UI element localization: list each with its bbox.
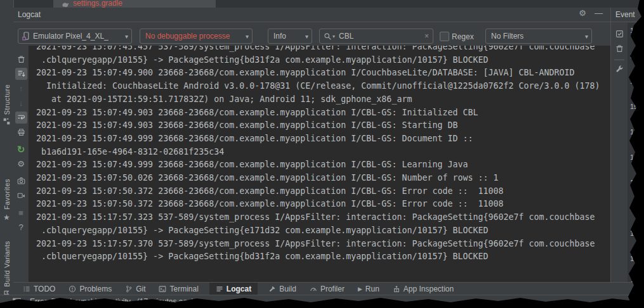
app-inspection-icon — [393, 285, 400, 293]
log-line: 2021-09-23 15:17:57.323 537-589/system_p… — [36, 211, 600, 224]
gear-icon[interactable]: ⚙ — [579, 8, 586, 18]
regex-label: Regex — [452, 32, 474, 41]
device-selector-value: Emulator Pixel_4_XL_ — [33, 32, 108, 41]
sidebar-item-favorites[interactable]: Favorites ★ — [0, 179, 13, 222]
toolwindow-label: TODO — [34, 285, 55, 293]
event-log-timestamp[interactable]: 15: — [628, 229, 644, 255]
bottom-toolwindow-bar: TODO Problems Git Terminal Logcat Build … — [13, 282, 644, 295]
next-occurrence-icon[interactable]: ↓ — [15, 97, 27, 109]
logcat-header: Logcat ⚙ — — [13, 8, 610, 22]
log-line: 2021-09-23 15:07:49.903 23668-23668/com.… — [36, 119, 600, 132]
event-log-entries[interactable]: 15:15:15:15:15:15:15:15:15:15:15: — [628, 23, 644, 282]
toolbar-divider — [614, 60, 624, 60]
logcat-left-toolbar: ↑ ↓ ↻ ⚙ ■ ? — [13, 46, 29, 282]
toolwindow-app-inspection[interactable]: App Inspection — [390, 283, 456, 295]
log-line: 2021-09-23 15:07:50.026 23668-23668/com.… — [36, 172, 600, 185]
log-line: .cblqueryegapp/10155} -> PackageSetting{… — [36, 224, 600, 238]
event-log-timestamp[interactable]: 15: — [628, 27, 644, 52]
toolwindow-toggle-icon[interactable] — [13, 298, 21, 305]
toolwindow-git[interactable]: Git — [122, 283, 148, 295]
log-line: 2021-09-23 15:07:50.372 23668-23668/com.… — [36, 185, 600, 198]
log-line: Initialized: CouchbaseLite Android v3.0.… — [36, 80, 600, 93]
event-log-timestamp[interactable]: 15: — [628, 77, 644, 103]
toolwindow-build[interactable]: Build — [266, 283, 299, 295]
help-icon[interactable]: ? — [15, 221, 27, 233]
log-line: 2021-09-23 15:07:45.457 537-589/system_p… — [36, 46, 600, 54]
clear-events-trash-icon[interactable] — [614, 42, 626, 55]
minimize-icon[interactable]: — — [595, 8, 603, 18]
todo-icon — [23, 285, 30, 293]
editor-tab-strip: settings.gradle — [13, 0, 644, 8]
toolwindow-profiler[interactable]: Profiler — [307, 283, 347, 295]
logcat-icon — [216, 285, 223, 293]
filter-selector-value: No Filters — [491, 32, 523, 41]
toolwindow-problems[interactable]: Problems — [66, 283, 114, 295]
screenshot-camera-icon[interactable] — [15, 175, 27, 187]
chevron-down-icon: ▾ — [121, 33, 128, 40]
log-level-dropdown[interactable]: Info ▾ — [268, 29, 312, 44]
process-selector-dropdown[interactable]: No debuggable processe ▾ — [140, 29, 253, 44]
toolwindow-run[interactable]: ▶ Run — [355, 283, 382, 295]
event-log-timestamp[interactable]: 15: — [628, 179, 644, 204]
status-bar: Error: Error Launching activity (17 minu… — [0, 295, 644, 308]
chevron-down-icon: ▾ — [301, 33, 308, 40]
event-log-timestamp[interactable]: 15: — [628, 128, 644, 153]
event-settings-wrench-icon[interactable] — [614, 63, 626, 75]
filter-selector-dropdown[interactable]: No Filters ▾ — [485, 29, 592, 44]
sidebar-item-structure[interactable]: Structure — [0, 84, 13, 125]
logcat-panel: Logcat ⚙ — Emulator Pixel_4_XL_ ▾ No deb… — [13, 8, 610, 282]
sidebar-item-build-variants[interactable]: Build Variants — [0, 241, 13, 297]
event-log-header: Event — [611, 8, 644, 22]
toolwindow-label: Git — [136, 285, 145, 293]
profiler-gauge-icon — [310, 285, 317, 293]
git-branch-icon — [125, 285, 133, 293]
scroll-to-end-icon[interactable] — [15, 68, 27, 80]
terminal-icon — [159, 285, 166, 293]
editor-tab-settings-gradle[interactable]: settings.gradle — [53, 0, 216, 8]
log-line: .cblqueryegapp/10155} -> PackageSetting{… — [36, 54, 600, 67]
print-icon[interactable] — [15, 126, 27, 138]
log-search-field[interactable]: ▾ × — [319, 29, 433, 44]
star-icon: ★ — [3, 213, 10, 222]
log-line: b1a6d191-165e-4964-8312-02681f235c34 — [36, 146, 600, 159]
restart-icon[interactable]: ↻ — [15, 143, 27, 155]
build-hammer-icon — [268, 285, 276, 293]
event-log-timestamp[interactable]: 15: — [628, 204, 644, 229]
regex-checkbox[interactable] — [440, 32, 449, 41]
toolwindow-label: Problems — [79, 285, 112, 293]
clear-search-icon[interactable]: × — [424, 32, 429, 41]
event-log-timestamp[interactable]: 15: — [628, 52, 644, 77]
logcat-title: Logcat — [13, 10, 41, 19]
clear-logcat-trash-icon[interactable] — [15, 53, 27, 65]
log-line: 2021-09-23 15:07:49.999 23668-23668/com.… — [36, 158, 600, 172]
sidebar-item-label: Favorites — [3, 179, 11, 210]
previous-occurrence-icon[interactable]: ↑ — [15, 82, 27, 94]
logcat-settings-gear-icon[interactable]: ⚙ — [15, 158, 27, 170]
device-selector-dropdown[interactable]: Emulator Pixel_4_XL_ ▾ — [18, 29, 132, 44]
toolwindow-terminal[interactable]: Terminal — [156, 283, 200, 295]
chevron-down-icon: ▾ — [242, 33, 249, 40]
log-line: 2021-09-23 15:07:49.900 23668-23668/com.… — [36, 67, 600, 80]
event-log-timestamp[interactable]: 15: — [628, 103, 644, 128]
mark-all-read-checkbox-icon[interactable] — [614, 28, 626, 40]
toolwindow-todo[interactable]: TODO — [20, 283, 58, 295]
gradle-file-icon — [62, 2, 69, 8]
screen-record-video-icon[interactable] — [15, 189, 27, 202]
log-line: 2021-09-23 15:17:57.370 537-589/system_p… — [36, 238, 600, 251]
event-log-timestamp[interactable]: 15: — [628, 153, 644, 179]
run-icon: ▶ — [358, 286, 362, 292]
sidebar-item-label: Build Variants — [3, 241, 11, 287]
toolwindow-label: Profiler — [320, 285, 345, 293]
log-lines: 2021-09-23 15:07:45.457 537-589/system_p… — [36, 46, 600, 264]
soft-wrap-icon[interactable] — [15, 112, 27, 124]
log-line: 2021-09-23 15:07:49.999 23668-23668/com.… — [36, 132, 600, 146]
log-output-area[interactable]: 2021-09-23 15:07:45.457 537-589/system_p… — [29, 46, 610, 282]
toolwindow-label: App Inspection — [404, 285, 454, 293]
stop-icon[interactable]: ■ — [15, 207, 27, 219]
event-log-timestamp[interactable]: 15: — [628, 255, 644, 280]
toolwindow-logcat[interactable]: Logcat — [209, 283, 258, 295]
status-message[interactable]: Error: Error Launching activity (17 minu… — [30, 297, 194, 306]
structure-icon — [3, 118, 10, 125]
left-toolwindow-bar: Structure Favorites ★ Build Variants — [0, 0, 14, 295]
search-input[interactable] — [338, 31, 410, 41]
